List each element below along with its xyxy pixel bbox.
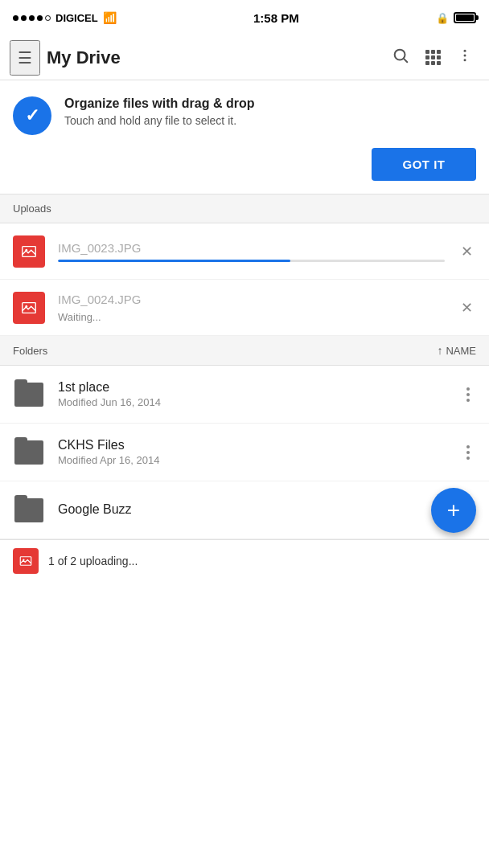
more-options-button[interactable] [450, 41, 479, 74]
sort-arrow-icon: ↑ [437, 344, 442, 357]
fab-plus-icon: + [447, 499, 460, 522]
sort-label: NAME [446, 345, 476, 357]
cancel-upload-2[interactable]: ✕ [458, 296, 476, 320]
grid-icon [425, 50, 441, 65]
file-thumbnail-2 [13, 292, 45, 324]
tip-top: ✓ Organize files with drag & drop Touch … [13, 96, 476, 135]
folder-name-3: Google Buzz [58, 502, 447, 517]
battery-fill [456, 14, 474, 21]
upload-status-text: 1 of 2 uploading... [48, 555, 138, 567]
folder-item-2[interactable]: CKHS Files Modified Apr 16, 2014 [0, 424, 489, 481]
bottom-image-icon [18, 554, 33, 568]
folder-info-2: CKHS Files Modified Apr 16, 2014 [58, 438, 447, 466]
folder-icon-3 [14, 498, 43, 522]
tip-bottom: GOT IT [13, 148, 476, 181]
app-bar-actions [385, 40, 479, 75]
folder-name-2: CKHS Files [58, 438, 447, 452]
upload-item: IMG_0023.JPG ✕ [0, 223, 489, 280]
more-dot [466, 393, 470, 396]
folder-item-1[interactable]: 1st place Modified Jun 16, 2014 [0, 366, 489, 424]
more-dot [466, 445, 470, 448]
more-dot [466, 387, 470, 391]
status-left: DIGICEL 📶 [13, 11, 117, 24]
folder-item-3[interactable]: Google Buzz [0, 481, 489, 539]
folder-icon-1 [14, 383, 43, 407]
uploads-label: Uploads [13, 203, 51, 215]
fab-add-button[interactable]: + [431, 488, 476, 533]
lock-icon: 🔒 [436, 12, 449, 24]
signal-dot-2 [21, 15, 27, 21]
signal-dot-4 [37, 15, 43, 21]
folder-meta-2: Modified Apr 16, 2014 [58, 454, 447, 466]
wifi-icon: 📶 [103, 11, 117, 24]
tip-check-circle: ✓ [13, 96, 51, 135]
signal-dot-3 [29, 15, 35, 21]
more-dot [466, 457, 470, 460]
menu-button[interactable]: ☰ [10, 40, 40, 76]
got-it-button[interactable]: GOT IT [372, 148, 476, 181]
tip-text-block: Organize files with drag & drop Touch an… [64, 96, 476, 127]
battery-icon [454, 12, 476, 23]
carrier-name: DIGICEL [55, 12, 98, 24]
svg-point-2 [464, 50, 466, 52]
upload-status-2: Waiting... [58, 311, 445, 323]
bottom-upload-thumb [13, 548, 39, 574]
uploads-section-header: Uploads [0, 194, 489, 223]
app-title: My Drive [47, 47, 385, 68]
signal-dot-5 [45, 15, 51, 21]
bottom-status-bar: 1 of 2 uploading... [0, 539, 489, 581]
folder-icon-2 [14, 440, 43, 465]
progress-bar-fill-1 [58, 260, 290, 262]
folder-icon-wrap-2 [13, 436, 45, 469]
upload-item-2: IMG_0024.JPG Waiting... ✕ [0, 280, 489, 336]
folder-name-1: 1st place [58, 380, 447, 395]
progress-bar-bg-1 [58, 260, 445, 262]
folder-more-2[interactable] [460, 442, 476, 463]
folder-icon-wrap-3 [13, 494, 45, 526]
grid-view-button[interactable] [419, 43, 447, 72]
app-bar: ☰ My Drive [0, 35, 489, 80]
svg-point-4 [464, 59, 466, 61]
upload-filename-2: IMG_0024.JPG [58, 293, 445, 306]
signal-dots [13, 15, 51, 21]
upload-filename-1: IMG_0023.JPG [58, 241, 445, 255]
folder-meta-1: Modified Jun 16, 2014 [58, 396, 447, 408]
search-button[interactable] [385, 40, 416, 75]
folder-icon-wrap-1 [13, 379, 45, 411]
more-dot [466, 399, 470, 402]
folder-more-1[interactable] [460, 384, 476, 405]
more-dot [466, 451, 470, 454]
content-area: ✓ Organize files with drag & drop Touch … [0, 80, 489, 581]
image-icon-1 [20, 243, 38, 260]
upload-info-1: IMG_0023.JPG [58, 241, 445, 262]
signal-dot-1 [13, 15, 18, 21]
svg-line-1 [404, 59, 407, 62]
folders-label: Folders [13, 345, 47, 357]
status-time: 1:58 PM [253, 11, 299, 25]
sort-group[interactable]: ↑ NAME [437, 344, 476, 357]
upload-info-2: IMG_0024.JPG Waiting... [58, 293, 445, 323]
folder-info-1: 1st place Modified Jun 16, 2014 [58, 380, 447, 408]
checkmark-icon: ✓ [25, 105, 39, 126]
svg-point-3 [464, 55, 466, 57]
tip-banner: ✓ Organize files with drag & drop Touch … [0, 80, 489, 194]
status-right: 🔒 [436, 12, 476, 24]
folders-section-header: Folders ↑ NAME [0, 336, 489, 366]
image-icon-2 [20, 299, 38, 317]
status-bar: DIGICEL 📶 1:58 PM 🔒 [0, 0, 489, 35]
tip-subtitle: Touch and hold any file to select it. [64, 114, 476, 127]
cancel-upload-1[interactable]: ✕ [458, 240, 476, 264]
tip-title: Organize files with drag & drop [64, 96, 476, 111]
file-thumbnail-1 [13, 235, 45, 268]
folder-info-3: Google Buzz [58, 502, 447, 518]
